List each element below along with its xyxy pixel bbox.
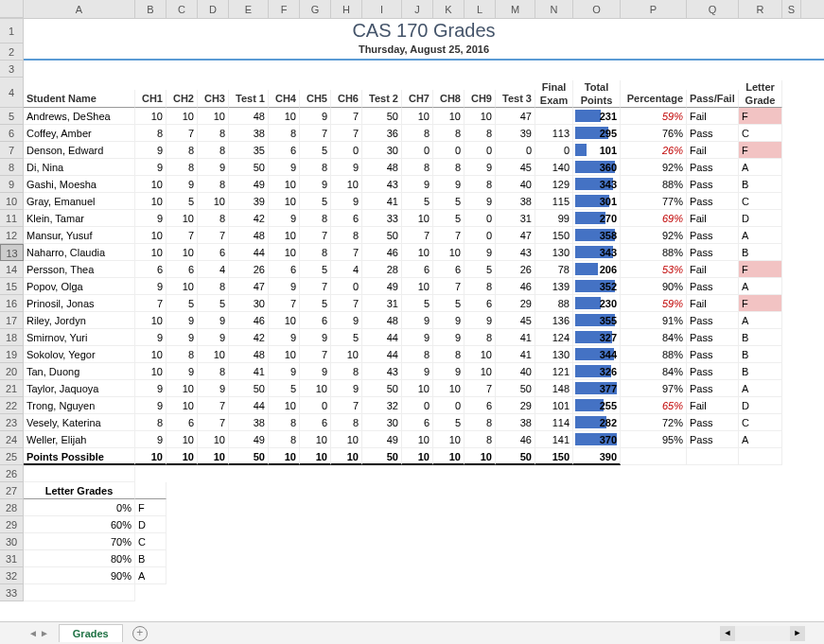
cell[interactable]: 8 [402,125,433,142]
cell[interactable]: 8 [433,346,465,363]
col-header[interactable]: C [167,0,198,18]
cell[interactable]: 8 [167,142,198,159]
row-header[interactable]: 13 [0,244,24,261]
cell[interactable]: 0 [331,278,362,295]
cell[interactable]: 49 [229,176,269,193]
cell[interactable]: 7 [433,227,465,244]
cell[interactable]: 10 [167,210,198,227]
cell[interactable]: 9 [402,363,433,380]
cell[interactable]: 43 [362,363,402,380]
cell-pct[interactable]: 26% [621,142,687,159]
cell-name[interactable]: Trong, Nguyen [24,397,135,414]
cell[interactable]: 10 [167,431,198,448]
cell-grade[interactable]: A [739,431,782,448]
cell-name[interactable]: Popov, Olga [24,278,135,295]
cell[interactable]: 48 [229,227,269,244]
select-all-corner[interactable] [0,0,24,18]
cell[interactable]: 0 [402,142,433,159]
cell-points-bar[interactable]: 358 [573,227,621,244]
cell[interactable]: 9 [331,312,362,329]
cell[interactable]: 8 [465,278,496,295]
cell[interactable]: 8 [269,414,300,431]
cell[interactable]: 10 [135,176,167,193]
row-header[interactable]: 24 [0,431,24,448]
cell[interactable]: 44 [362,346,402,363]
cell[interactable]: 10 [167,108,198,125]
cell[interactable]: 38 [496,193,535,210]
cell[interactable]: 7 [331,244,362,261]
row-header[interactable]: 10 [0,193,24,210]
cell[interactable]: 7 [433,278,465,295]
cell-pct[interactable]: 92% [621,227,687,244]
cell[interactable]: 10 [198,431,229,448]
sheet-tab-active[interactable]: Grades [59,624,123,642]
cell[interactable]: 9 [465,244,496,261]
cell[interactable]: 9 [135,431,167,448]
cell-grade-letter[interactable]: D [135,516,167,533]
cell[interactable]: 7 [198,227,229,244]
cell[interactable]: 26 [496,261,535,278]
cell[interactable]: 9 [300,363,331,380]
cell-points-bar[interactable]: 344 [573,346,621,363]
col-header[interactable]: R [739,0,782,18]
cell-final[interactable]: 148 [535,380,573,397]
cell-points-bar[interactable]: 230 [573,295,621,312]
cell[interactable]: 10 [135,448,167,465]
cell[interactable]: 10 [269,244,300,261]
cell[interactable]: 8 [402,346,433,363]
cell[interactable]: 26 [229,261,269,278]
cell[interactable]: 10 [135,346,167,363]
cell[interactable]: 10 [465,108,496,125]
cell[interactable]: 5 [331,329,362,346]
cell-final[interactable]: 139 [535,278,573,295]
cell[interactable]: 46 [496,431,535,448]
cell[interactable]: 8 [269,125,300,142]
cell[interactable]: 38 [229,414,269,431]
row-header[interactable]: 8 [0,159,24,176]
cell[interactable]: 32 [362,397,402,414]
cell[interactable]: 28 [362,261,402,278]
cell-points-bar[interactable]: 343 [573,176,621,193]
cell-final[interactable]: 88 [535,295,573,312]
cell[interactable]: 6 [300,312,331,329]
cell[interactable]: 35 [229,142,269,159]
cell-pct[interactable]: 91% [621,312,687,329]
cell[interactable]: 9 [331,380,362,397]
col-header[interactable]: L [465,0,496,18]
cell-grade-letter[interactable]: C [135,533,167,550]
cell[interactable]: 7 [300,227,331,244]
cell-points-bar[interactable]: 377 [573,380,621,397]
cell[interactable]: 8 [465,125,496,142]
cell[interactable]: 0 [300,397,331,414]
add-sheet-button[interactable]: + [132,626,148,641]
col-header[interactable]: F [269,0,300,18]
cell-grade[interactable]: B [739,244,782,261]
cell[interactable]: 10 [331,176,362,193]
cell[interactable]: 8 [269,431,300,448]
cell-pct[interactable]: 84% [621,363,687,380]
col-header[interactable]: I [362,0,402,18]
cell[interactable]: 5 [300,295,331,312]
cell-points-bar[interactable]: 295 [573,125,621,142]
row-header[interactable]: 16 [0,295,24,312]
cell[interactable]: 40 [496,363,535,380]
cell-points-bar[interactable]: 101 [573,142,621,159]
cell[interactable]: 39 [496,125,535,142]
row-header[interactable]: 32 [0,567,24,584]
cell[interactable]: 9 [465,159,496,176]
cell-grade[interactable]: D [739,210,782,227]
cell[interactable]: 9 [269,329,300,346]
cell-pf[interactable]: Fail [687,397,739,414]
cell-pf[interactable]: Fail [687,261,739,278]
cell[interactable]: 9 [465,193,496,210]
cell[interactable]: 9 [269,159,300,176]
cell[interactable]: 8 [198,125,229,142]
cell-pf[interactable]: Pass [687,125,739,142]
cell-pct[interactable]: 97% [621,380,687,397]
cell[interactable]: 9 [402,329,433,346]
cell[interactable]: 47 [496,227,535,244]
cell[interactable] [24,465,135,482]
cell-grade[interactable]: F [739,142,782,159]
cell[interactable]: 50 [496,448,535,465]
cell[interactable]: 49 [229,431,269,448]
